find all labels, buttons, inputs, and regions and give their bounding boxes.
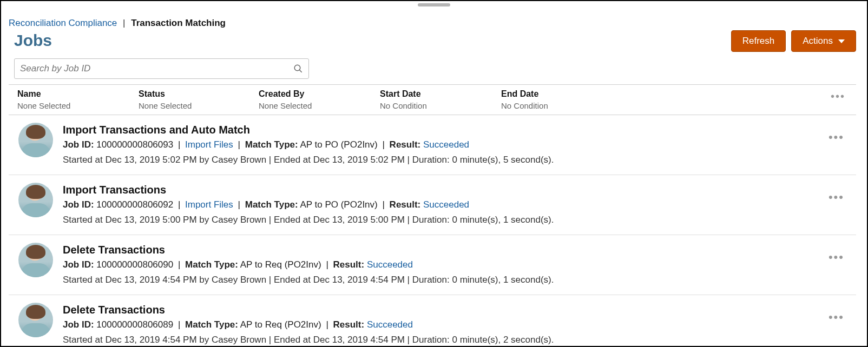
job-timing: Started at Dec 13, 2019 5:00 PM by Casey… (63, 213, 851, 227)
job-row[interactable]: Import TransactionsJob ID: 1000000008060… (9, 175, 856, 235)
job-timing: Started at Dec 13, 2019 4:54 PM by Casey… (63, 273, 851, 287)
filter-created-by[interactable]: Created By None Selected (259, 89, 380, 110)
filter-label: Name (17, 89, 139, 99)
result-link[interactable]: Succeeded (367, 259, 413, 270)
row-more-icon[interactable]: ••• (828, 190, 844, 204)
job-body: Import Transactions and Auto MatchJob ID… (63, 123, 851, 167)
page-title: Jobs (14, 31, 226, 50)
drag-handle[interactable] (418, 3, 450, 6)
search-input-wrap (14, 58, 309, 79)
job-title: Delete Transactions (63, 243, 851, 257)
search-icon[interactable] (293, 64, 303, 74)
result-link[interactable]: Succeeded (423, 139, 469, 150)
avatar (18, 243, 53, 277)
svg-line-1 (299, 70, 302, 72)
filter-value: None Selected (139, 101, 259, 110)
job-timing: Started at Dec 13, 2019 4:54 PM by Casey… (63, 333, 851, 346)
job-detail-line: Job ID: 100000000806090 | Match Type: AP… (63, 258, 851, 272)
row-more-icon[interactable]: ••• (828, 130, 844, 144)
search-input[interactable] (20, 63, 293, 74)
job-title: Import Transactions (63, 183, 851, 197)
filter-label: End Date (501, 89, 663, 99)
job-detail-line: Job ID: 100000000806092 | Import Files |… (63, 198, 851, 212)
filter-status[interactable]: Status None Selected (139, 89, 259, 110)
breadcrumb-current: Transaction Matching (131, 18, 226, 28)
job-row[interactable]: Import Transactions and Auto MatchJob ID… (9, 115, 856, 175)
job-body: Import TransactionsJob ID: 1000000008060… (63, 183, 851, 227)
result-link[interactable]: Succeeded (367, 319, 413, 330)
filter-label: Status (139, 89, 259, 99)
filter-bar: Name None Selected Status None Selected … (9, 84, 856, 115)
filter-value: None Selected (259, 101, 380, 110)
job-title: Delete Transactions (63, 303, 851, 317)
job-timing: Started at Dec 13, 2019 5:02 PM by Casey… (63, 153, 851, 167)
import-files-link[interactable]: Import Files (185, 139, 233, 150)
refresh-button[interactable]: Refresh (731, 30, 786, 52)
job-body: Delete TransactionsJob ID: 1000000008060… (63, 243, 851, 287)
job-detail-line: Job ID: 100000000806089 | Match Type: AP… (63, 318, 851, 332)
filter-label: Start Date (380, 89, 501, 99)
filter-value: No Condition (501, 101, 663, 110)
job-title: Import Transactions and Auto Match (63, 123, 851, 137)
jobs-list[interactable]: Import Transactions and Auto MatchJob ID… (9, 115, 856, 346)
job-row[interactable]: Delete TransactionsJob ID: 1000000008060… (9, 295, 856, 346)
avatar (18, 183, 53, 217)
filter-start-date[interactable]: Start Date No Condition (380, 89, 501, 110)
result-link[interactable]: Succeeded (423, 199, 469, 210)
filter-end-date[interactable]: End Date No Condition (501, 89, 663, 110)
filter-more-icon[interactable]: ••• (831, 90, 845, 103)
avatar (18, 123, 53, 157)
job-detail-line: Job ID: 100000000806093 | Import Files |… (63, 138, 851, 152)
filter-value: No Condition (380, 101, 501, 110)
filter-value: None Selected (17, 101, 139, 110)
filter-label: Created By (259, 89, 380, 99)
import-files-link[interactable]: Import Files (185, 199, 233, 210)
breadcrumb-separator: | (123, 18, 125, 28)
job-body: Delete TransactionsJob ID: 1000000008060… (63, 303, 851, 346)
job-row[interactable]: Delete TransactionsJob ID: 1000000008060… (9, 235, 856, 295)
chevron-down-icon (838, 39, 845, 43)
actions-button[interactable]: Actions (791, 30, 856, 52)
svg-point-0 (294, 65, 300, 71)
avatar (18, 303, 53, 337)
row-more-icon[interactable]: ••• (828, 310, 844, 324)
filter-name[interactable]: Name None Selected (17, 89, 139, 110)
breadcrumb-link[interactable]: Reconciliation Compliance (9, 18, 117, 28)
breadcrumb: Reconciliation Compliance | Transaction … (9, 17, 226, 29)
row-more-icon[interactable]: ••• (828, 250, 844, 264)
